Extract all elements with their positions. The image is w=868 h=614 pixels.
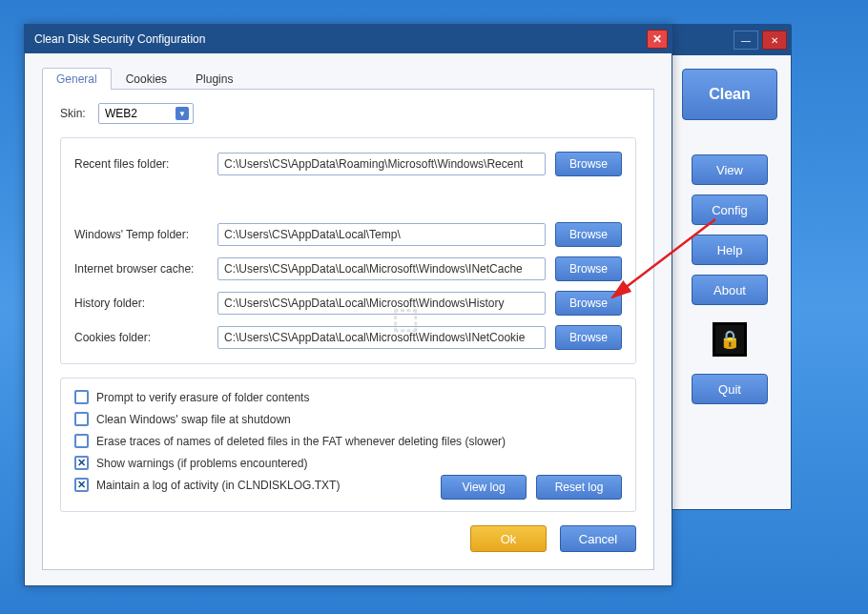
- cache-label: Internet browser cache:: [74, 262, 208, 276]
- main-window: — ✕ Clean View Config Help About 🔒 Quit: [668, 24, 792, 510]
- tabs: General Cookies Plugins: [42, 67, 654, 90]
- tab-general[interactable]: General: [42, 68, 112, 90]
- swap-checkbox[interactable]: [74, 412, 89, 426]
- cookies-label: Cookies folder:: [74, 331, 208, 344]
- ok-button[interactable]: Ok: [470, 525, 547, 552]
- history-input[interactable]: [217, 292, 546, 315]
- log-label: Maintain a log of activity (in CLNDISKLO…: [96, 479, 340, 492]
- prompt-label: Prompt to verify erasure of folder conte…: [96, 391, 309, 404]
- help-button[interactable]: Help: [692, 235, 768, 265]
- main-close-button[interactable]: ✕: [762, 31, 787, 50]
- skin-select[interactable]: WEB2 ▼: [98, 103, 194, 124]
- temp-label: Windows' Temp folder:: [74, 228, 208, 241]
- prompt-checkbox[interactable]: [74, 390, 89, 404]
- history-label: History folder:: [74, 297, 208, 310]
- view-log-button[interactable]: View log: [441, 475, 527, 500]
- swap-label: Clean Windows' swap file at shutdown: [96, 413, 291, 426]
- fat-checkbox[interactable]: [74, 434, 89, 448]
- log-checkbox[interactable]: ✕: [74, 478, 89, 492]
- lock-icon: 🔒: [713, 322, 747, 357]
- browse-temp-button[interactable]: Browse: [555, 222, 622, 247]
- browse-history-button[interactable]: Browse: [555, 291, 622, 316]
- warnings-checkbox[interactable]: ✕: [74, 456, 89, 470]
- recent-label: Recent files folder:: [74, 157, 208, 171]
- skin-value: WEB2: [105, 107, 137, 120]
- fat-label: Erase traces of names of deleted files i…: [96, 435, 506, 448]
- cancel-button[interactable]: Cancel: [560, 525, 636, 552]
- chevron-down-icon: ▼: [176, 107, 189, 120]
- config-dialog: Clean Disk Security Configuration ✕ Gene…: [24, 24, 672, 586]
- config-button[interactable]: Config: [692, 194, 768, 225]
- dialog-titlebar: Clean Disk Security Configuration ✕: [25, 25, 672, 53]
- warnings-label: Show warnings (if problems encountered): [96, 457, 307, 470]
- browse-cookies-button[interactable]: Browse: [555, 325, 622, 350]
- dialog-title: Clean Disk Security Configuration: [34, 32, 205, 46]
- tab-cookies[interactable]: Cookies: [112, 68, 181, 90]
- minimize-button[interactable]: —: [734, 31, 758, 50]
- recent-input[interactable]: [217, 153, 546, 175]
- skin-label: Skin:: [60, 107, 89, 120]
- general-panel: Skin: WEB2 ▼ Recent files folder: Browse…: [42, 90, 654, 570]
- main-titlebar: — ✕: [669, 25, 791, 55]
- clean-button[interactable]: Clean: [682, 69, 777, 120]
- cache-input[interactable]: [217, 257, 546, 280]
- reset-log-button[interactable]: Reset log: [536, 475, 622, 500]
- quit-button[interactable]: Quit: [692, 374, 768, 404]
- tab-plugins[interactable]: Plugins: [181, 68, 247, 90]
- options-group: Prompt to verify erasure of folder conte…: [60, 378, 636, 512]
- browse-cache-button[interactable]: Browse: [555, 256, 622, 281]
- view-button[interactable]: View: [692, 154, 768, 185]
- temp-input[interactable]: [217, 223, 546, 246]
- dialog-close-button[interactable]: ✕: [647, 30, 668, 49]
- browse-recent-button[interactable]: Browse: [555, 152, 622, 176]
- folders-group: Recent files folder: Browse Windows' Tem…: [60, 137, 636, 364]
- about-button[interactable]: About: [692, 275, 768, 305]
- cookies-input[interactable]: [217, 326, 546, 349]
